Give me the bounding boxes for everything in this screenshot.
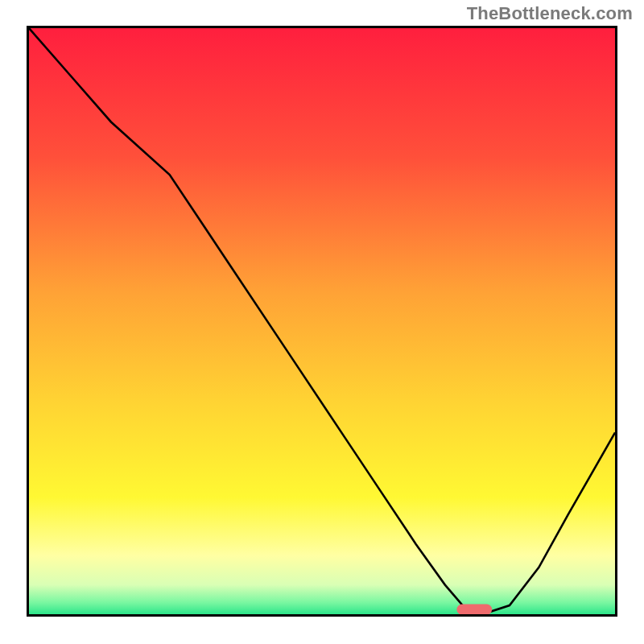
watermark-text: TheBottleneck.com	[467, 3, 633, 24]
optimal-marker	[456, 605, 492, 614]
plot-area	[27, 26, 617, 617]
gradient-background	[29, 28, 615, 614]
chart-container: TheBottleneck.com	[0, 0, 644, 644]
chart-svg	[29, 28, 615, 614]
